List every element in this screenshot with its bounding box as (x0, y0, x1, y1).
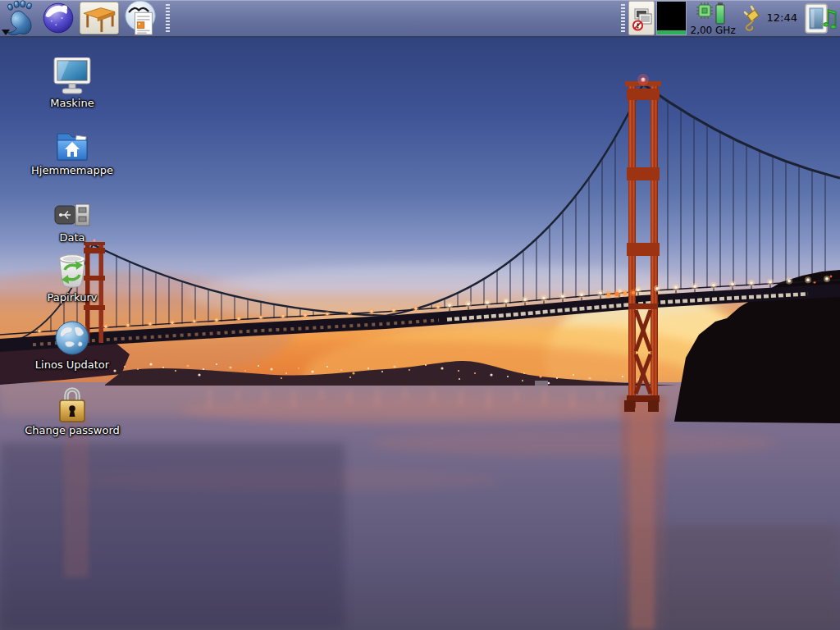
padlock-icon (52, 383, 92, 422)
globe-icon (53, 319, 91, 357)
power-applet[interactable] (742, 5, 761, 31)
computer-monitor-icon (52, 57, 92, 95)
iceweasel-icon (41, 1, 75, 35)
panel-launchers (0, 0, 173, 36)
cpu-chip-icon (696, 2, 713, 19)
desktop-icon-trash[interactable]: Papirkurv (23, 250, 121, 304)
openoffice-writer-icon (124, 0, 160, 36)
clock[interactable]: 12:44 (767, 0, 797, 36)
table-icon (82, 2, 116, 34)
desktop-icon-label: Papirkurv (23, 292, 121, 304)
main-menu-button[interactable] (1, 0, 39, 36)
panel-drag-handle[interactable] (164, 4, 171, 32)
cpu-frequency-applet[interactable]: 2,00 GHz (691, 0, 738, 36)
menu-dropdown-arrow-icon (2, 30, 10, 35)
desktop-icon-usb-drive[interactable]: Data (23, 190, 121, 244)
music-notes-icon: ♫ (805, 1, 838, 35)
tray-drag-handle[interactable] (619, 4, 627, 32)
power-plug-icon (742, 5, 761, 31)
home-folder-icon (53, 126, 91, 162)
desktop-icon-label: Hjemmemappe (23, 165, 121, 176)
desktop-root: 2,00 GHz 12:44 (0, 0, 840, 630)
usb-drive-icon (54, 200, 90, 230)
desktop-icon-updater[interactable]: Linos Updator (23, 317, 121, 371)
volume-applet[interactable]: ♫ (805, 1, 838, 35)
word-processor-launcher[interactable] (122, 0, 162, 36)
desktop-icon-label: Linos Updator (23, 359, 121, 371)
desktop-icon-home-folder[interactable]: Hjemmemappe (23, 123, 121, 176)
display-warning-icon (631, 5, 652, 31)
display-notifier-button[interactable] (628, 1, 655, 35)
panel-tray: 2,00 GHz 12:44 (618, 0, 840, 36)
desktop-icon-change-password[interactable]: Change password (23, 383, 121, 436)
desktop-icon-computer[interactable]: Maskine (23, 56, 121, 109)
cpu-frequency-label: 2,00 GHz (691, 25, 736, 35)
trash-bin-icon (53, 252, 91, 290)
cpu-load-bar (657, 30, 686, 34)
show-desktop-button[interactable] (80, 2, 119, 34)
frequency-meter-icon (715, 2, 725, 25)
svg-text:♫: ♫ (819, 5, 838, 32)
wallpaper-golden-gate (0, 0, 840, 630)
desktop-icon-label: Data (23, 232, 121, 244)
desktop-icon-label: Maskine (23, 98, 121, 109)
top-panel: 2,00 GHz 12:44 (0, 0, 840, 38)
web-browser-launcher[interactable] (40, 0, 76, 36)
cpu-load-graph[interactable] (656, 1, 687, 35)
desktop-icon-label: Change password (23, 425, 121, 436)
